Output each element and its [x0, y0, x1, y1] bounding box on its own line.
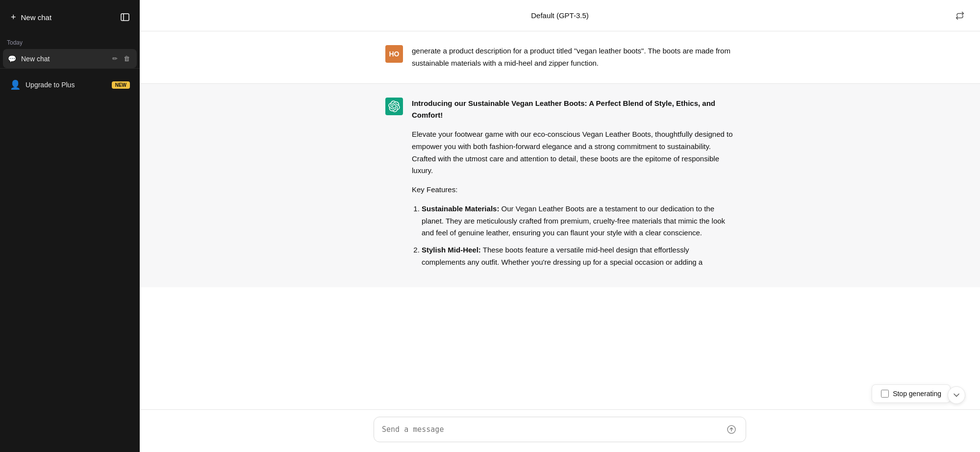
send-icon — [727, 425, 736, 434]
input-area — [140, 409, 980, 452]
user-avatar-text: HO — [389, 50, 400, 58]
chat-list-item[interactable]: 💬 New chat ✏ 🗑 — [3, 49, 137, 68]
chat-list: 💬 New chat ✏ 🗑 — [0, 49, 140, 68]
stop-checkbox[interactable] — [881, 390, 889, 398]
share-button[interactable] — [952, 8, 968, 23]
plus-icon: + — [11, 12, 16, 23]
user-message-content: generate a product description for a pro… — [412, 45, 734, 70]
send-button[interactable] — [725, 423, 738, 436]
toggle-sidebar-button[interactable] — [116, 8, 134, 26]
chat-item-actions: ✏ 🗑 — [110, 54, 132, 63]
upgrade-left: 👤 Upgrade to Plus — [10, 79, 75, 90]
sidebar: + New chat Today 💬 New chat ✏ 🗑 — [0, 0, 140, 452]
assistant-message-content: Introducing our Sustainable Vegan Leathe… — [412, 98, 734, 274]
upgrade-label: Upgrade to Plus — [25, 81, 75, 89]
sidebar-today-section: Today 💬 New chat ✏ 🗑 — [0, 34, 140, 68]
chevron-down-icon — [953, 391, 960, 399]
new-chat-button[interactable]: + New chat — [6, 8, 116, 26]
user-message-inner: HO generate a product description for a … — [374, 45, 746, 70]
stop-generating-bar: Stop generating — [872, 384, 951, 403]
input-box — [374, 417, 746, 442]
user-avatar: HO — [385, 45, 403, 63]
chat-item-label: New chat — [21, 55, 105, 63]
sidebar-header: + New chat — [0, 0, 140, 34]
main-header: Default (GPT-3.5) — [140, 0, 980, 31]
svg-rect-0 — [121, 14, 129, 21]
openai-icon — [388, 100, 400, 112]
user-message-block: HO generate a product description for a … — [140, 31, 980, 84]
sidebar-footer: 👤 Upgrade to Plus NEW — [0, 68, 140, 101]
upgrade-to-plus-button[interactable]: 👤 Upgrade to Plus NEW — [5, 75, 135, 95]
user-icon: 👤 — [10, 79, 21, 90]
stop-generating-label[interactable]: Stop generating — [893, 390, 941, 398]
share-icon — [955, 11, 964, 20]
model-label: Default (GPT-3.5) — [531, 11, 589, 20]
user-message-text: generate a product description for a pro… — [412, 45, 734, 70]
delete-chat-button[interactable]: 🗑 — [122, 54, 132, 63]
scroll-down-button[interactable] — [948, 386, 965, 404]
assistant-message-block: Introducing our Sustainable Vegan Leathe… — [140, 84, 980, 287]
chat-bubble-icon: 💬 — [8, 55, 16, 63]
new-badge: NEW — [112, 81, 130, 89]
main-panel: Default (GPT-3.5) HO generate a product … — [140, 0, 980, 452]
new-chat-label: New chat — [21, 13, 52, 22]
message-input[interactable] — [382, 425, 725, 434]
sidebar-toggle-icon — [120, 12, 130, 22]
edit-chat-button[interactable]: ✏ — [110, 54, 120, 63]
assistant-message-inner: Introducing our Sustainable Vegan Leathe… — [374, 98, 746, 274]
chat-area: HO generate a product description for a … — [140, 31, 980, 409]
today-label: Today — [0, 34, 140, 49]
assistant-avatar — [385, 98, 403, 115]
